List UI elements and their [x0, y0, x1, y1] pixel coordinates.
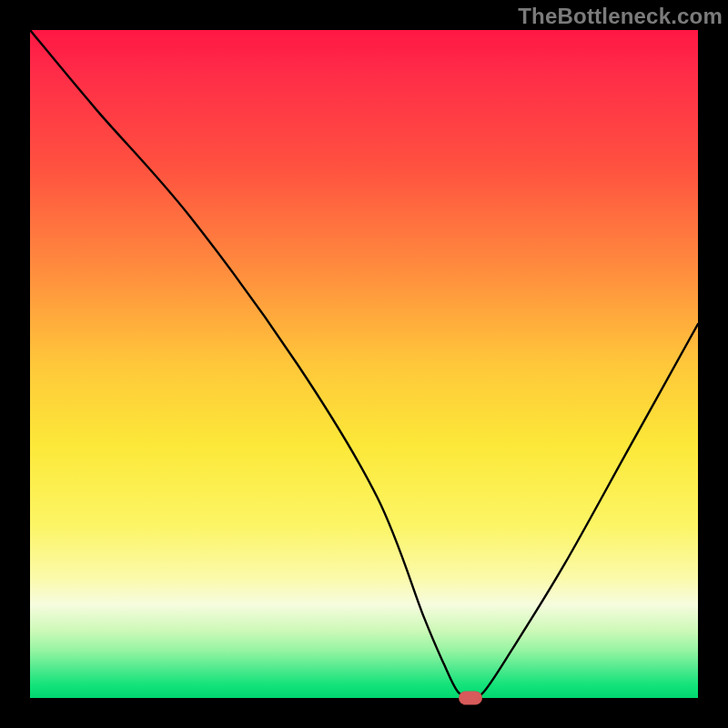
bottleneck-curve [30, 30, 698, 698]
chart-frame: TheBottleneck.com [0, 0, 728, 728]
watermark-text: TheBottleneck.com [518, 4, 723, 29]
plot-area [30, 30, 698, 698]
optimum-marker [459, 692, 482, 705]
curve-path [30, 30, 698, 698]
